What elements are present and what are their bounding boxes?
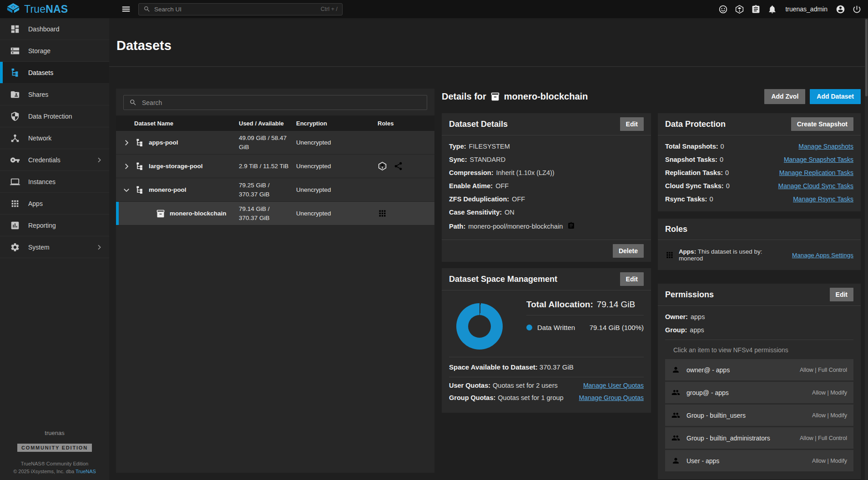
nfsv4-hint: Click an item to view NFSv4 permissions bbox=[658, 345, 861, 359]
dashboard-icon bbox=[10, 24, 20, 34]
user-account-icon[interactable] bbox=[836, 5, 845, 14]
feedback-smiley-icon[interactable] bbox=[718, 5, 728, 14]
bar-chart-icon bbox=[10, 220, 20, 230]
create-snapshot-button[interactable]: Create Snapshot bbox=[791, 117, 853, 131]
global-search-input[interactable] bbox=[154, 6, 317, 13]
sidebar-item-storage[interactable]: Storage bbox=[0, 40, 109, 62]
dataset-details-card: Dataset Details Edit Type:FILESYSTEM Syn… bbox=[442, 113, 651, 262]
menu-icon[interactable] bbox=[121, 4, 131, 14]
tree-search bbox=[123, 95, 427, 110]
selected-dataset-name: monero-blockchain bbox=[504, 91, 588, 102]
used-available: 49.09 GiB / 58.47 GiB bbox=[239, 134, 293, 151]
apps-role-row: Apps: This dataset is used by: monerod M… bbox=[658, 240, 861, 270]
dataset-archive-icon bbox=[156, 209, 165, 218]
page-scrollbar[interactable] bbox=[865, 18, 868, 480]
edit-space-button[interactable]: Edit bbox=[620, 272, 644, 286]
manage-user-quotas-link[interactable]: Manage User Quotas bbox=[583, 382, 644, 389]
encryption-state: Unencrypted bbox=[293, 139, 368, 146]
username: truenas_admin bbox=[785, 5, 828, 13]
truenas-logo[interactable]: TrueNAS bbox=[0, 2, 109, 16]
used-available: 79.25 GiB /370.37 GiB bbox=[239, 181, 293, 199]
shield-icon bbox=[10, 111, 20, 121]
details-section: Details for monero-blockchain Add Zvol A… bbox=[442, 89, 861, 479]
person-icon bbox=[671, 365, 680, 374]
sidebar-item-reporting[interactable]: Reporting bbox=[0, 215, 109, 236]
column-header-dataset-name: Dataset Name bbox=[116, 120, 239, 127]
used-available: 2.9 TiB / 11.52 TiB bbox=[239, 162, 293, 171]
permission-item-builtin-users[interactable]: Group - builtin_users Allow | Modify bbox=[665, 405, 853, 426]
card-title: Dataset Details bbox=[449, 120, 508, 129]
legend-data-written: Data Written 79.14 GiB (100%) bbox=[526, 324, 644, 331]
manage-cloud-sync-tasks-link[interactable]: Manage Cloud Sync Tasks bbox=[778, 182, 854, 190]
copy-path-icon[interactable] bbox=[567, 222, 575, 231]
permission-item-builtin-administrators[interactable]: Group - builtin_administrators Allow | F… bbox=[665, 427, 853, 449]
encryption-state: Unencrypted bbox=[293, 186, 368, 193]
used-available: 79.14 GiB /370.37 GiB bbox=[239, 205, 293, 222]
gear-icon bbox=[10, 242, 20, 252]
footer-edition: TrueNAS® Community Edition bbox=[0, 461, 109, 466]
truenas-status-icon[interactable] bbox=[735, 5, 744, 14]
table-row-apps-pool[interactable]: apps-pool 49.09 GiB / 58.47 GiB Unencryp… bbox=[116, 131, 434, 155]
permission-item-group[interactable]: group@ - apps Allow | Modify bbox=[665, 382, 853, 403]
sidebar-item-data-protection[interactable]: Data Protection bbox=[0, 105, 109, 127]
search-icon bbox=[143, 5, 151, 13]
apps-role-icon[interactable] bbox=[378, 209, 387, 218]
group-quotas-row: Group Quotas:Quotas set for 1 group Mana… bbox=[449, 394, 644, 401]
system-dataset-role-icon[interactable] bbox=[378, 161, 387, 171]
scrollbar-thumb[interactable] bbox=[865, 19, 868, 96]
table-row-large-storage-pool[interactable]: large-storage-pool 2.9 TiB / 11.52 TiB U… bbox=[116, 155, 434, 178]
expand-chevron-right-icon[interactable] bbox=[122, 162, 131, 170]
footer-truenas-link[interactable]: TrueNAS bbox=[76, 469, 96, 474]
detail-sync: Sync:STANDARD bbox=[449, 156, 644, 163]
topbar-actions: truenas_admin bbox=[718, 5, 868, 14]
power-icon[interactable] bbox=[852, 5, 862, 14]
table-row-monero-blockchain[interactable]: monero-blockchain 79.14 GiB /370.37 GiB … bbox=[116, 202, 434, 225]
pool-dataset-icon bbox=[135, 162, 144, 171]
edit-dataset-details-button[interactable]: Edit bbox=[620, 117, 644, 131]
collapse-chevron-down-icon[interactable] bbox=[122, 186, 131, 194]
total-allocation: Total Allocation:79.14 GiB bbox=[526, 300, 644, 315]
edit-permissions-button[interactable]: Edit bbox=[830, 288, 853, 301]
owner-row: Owner:apps bbox=[665, 313, 853, 320]
permission-item-owner[interactable]: owner@ - apps Allow | Full Control bbox=[665, 359, 853, 380]
column-header-roles: Roles bbox=[368, 120, 434, 127]
manage-apps-settings-link[interactable]: Manage Apps Settings bbox=[792, 252, 853, 259]
manage-snapshots-link[interactable]: Manage Snapshots bbox=[798, 143, 853, 150]
sidebar-item-system[interactable]: System bbox=[0, 236, 109, 258]
details-title: Details for monero-blockchain bbox=[442, 91, 588, 102]
jobs-clipboard-icon[interactable] bbox=[751, 5, 761, 14]
manage-snapshot-tasks-link[interactable]: Manage Snapshot Tasks bbox=[784, 156, 853, 163]
share-role-icon[interactable] bbox=[394, 161, 403, 171]
detail-dedup: ZFS Deduplication:OFF bbox=[449, 195, 644, 203]
manage-rsync-tasks-link[interactable]: Manage Rsync Tasks bbox=[793, 195, 853, 203]
sidebar-item-apps[interactable]: Apps bbox=[0, 193, 109, 215]
page-title: Datasets bbox=[116, 38, 172, 53]
add-zvol-button[interactable]: Add Zvol bbox=[764, 89, 805, 104]
snapshot-tasks-row: Snapshot Tasks:0 Manage Snapshot Tasks bbox=[665, 156, 853, 163]
table-row-monero-pool[interactable]: monero-pool 79.25 GiB /370.37 GiB Unencr… bbox=[116, 178, 434, 202]
card-title: Roles bbox=[665, 225, 687, 234]
sidebar-item-instances[interactable]: Instances bbox=[0, 171, 109, 193]
tree-search-input[interactable] bbox=[142, 99, 421, 106]
detail-atime: Enable Atime:OFF bbox=[449, 182, 644, 190]
storage-icon bbox=[10, 46, 20, 56]
space-available: Space Available to Dataset:370.37 GiB bbox=[442, 357, 651, 377]
legend-dot bbox=[526, 325, 532, 330]
pool-dataset-icon bbox=[135, 185, 144, 195]
alerts-bell-icon[interactable] bbox=[767, 5, 777, 14]
space-donut-chart bbox=[456, 303, 503, 350]
expand-chevron-right-icon[interactable] bbox=[122, 139, 131, 147]
sidebar-item-shares[interactable]: Shares bbox=[0, 84, 109, 105]
manage-replication-tasks-link[interactable]: Manage Replication Tasks bbox=[779, 169, 853, 176]
delete-dataset-button[interactable]: Delete bbox=[613, 244, 644, 258]
total-snapshots-row: Total Snapshots:0 Manage Snapshots bbox=[665, 143, 853, 150]
sidebar-item-datasets[interactable]: Datasets bbox=[0, 62, 109, 84]
sidebar-item-network[interactable]: Network bbox=[0, 127, 109, 149]
data-protection-card: Data Protection Create Snapshot Total Sn… bbox=[658, 113, 861, 211]
apps-grid-icon bbox=[665, 250, 674, 260]
sidebar-item-credentials[interactable]: Credentials bbox=[0, 149, 109, 171]
sidebar-item-dashboard[interactable]: Dashboard bbox=[0, 18, 109, 40]
manage-group-quotas-link[interactable]: Manage Group Quotas bbox=[579, 394, 644, 401]
add-dataset-button[interactable]: Add Dataset bbox=[810, 89, 861, 104]
permission-item-user-apps[interactable]: User - apps Allow | Modify bbox=[665, 450, 853, 471]
